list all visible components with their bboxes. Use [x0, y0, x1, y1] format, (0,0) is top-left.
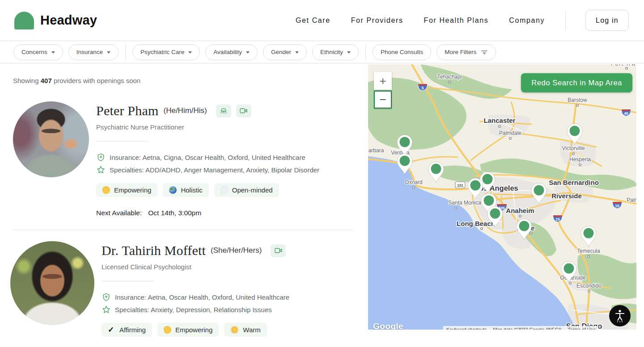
provider-pronouns: (She/Her/Hers): [211, 246, 262, 255]
trait-tag: Affirming: [102, 323, 152, 337]
filter-gender[interactable]: Gender: [263, 44, 307, 60]
filter-availability[interactable]: Availability: [205, 44, 258, 60]
accessibility-person-icon: [614, 309, 626, 322]
map-label-escondido: Escondido: [576, 283, 602, 289]
map-label-santa-barbara: arbara: [369, 147, 384, 154]
filter-ethnicity[interactable]: Ethnicity: [312, 44, 359, 60]
chevron-down-icon: [347, 51, 351, 54]
in-person-chair-icon: [216, 105, 231, 117]
svg-text:10: 10: [615, 204, 619, 208]
provider-results-panel: Showing 407 providers with openings soon…: [0, 63, 368, 347]
map-label-santa-monica: Santa Monica: [448, 200, 481, 206]
top-navigation-bar: Headway Get Care For Providers For Healt…: [0, 0, 644, 41]
nav-get-care[interactable]: Get Care: [296, 17, 330, 25]
thought-balloon-icon: [220, 186, 228, 194]
map-label-temecula: Temecula: [577, 248, 600, 254]
accessibility-button[interactable]: [609, 305, 631, 326]
muscle-icon: [102, 185, 110, 194]
filter-phone-consults[interactable]: Phone Consults: [373, 44, 431, 60]
filter-sliders-icon: [481, 49, 488, 55]
video-camera-icon: [271, 244, 286, 257]
main-content: Showing 407 providers with openings soon…: [0, 63, 644, 347]
results-count: 407: [41, 77, 52, 84]
brand-name: Headway: [40, 13, 97, 28]
filter-concerns[interactable]: Concerns: [13, 44, 63, 60]
map-label-lancaster: Lancaster: [484, 117, 516, 124]
provider-avatar[interactable]: [10, 241, 94, 325]
insurance-line: Insurance: Aetna, Cigna, Oscar Health, O…: [110, 154, 305, 161]
headway-logo[interactable]: Headway: [14, 12, 97, 29]
chevron-down-icon: [246, 51, 250, 54]
muscle-icon: [163, 325, 172, 334]
sun-icon: [231, 326, 238, 334]
nav-for-providers[interactable]: For Providers: [351, 17, 403, 25]
divider: [102, 281, 154, 281]
specialties-line: Specialties: ADD/ADHD, Anger Management,…: [110, 166, 319, 174]
map-data-credit: Map data ©2022 Google (INEGI): [490, 326, 564, 330]
globe-icon: [169, 186, 177, 194]
trait-tags: Affirming Empowering Warm: [102, 323, 289, 337]
filter-insurance[interactable]: Insurance: [68, 44, 119, 60]
next-available-line: Next Available:Oct 14th, 3:00pm: [96, 209, 319, 217]
map-label-oxnard: Oxnard: [405, 179, 422, 185]
nav-company[interactable]: Company: [509, 17, 545, 25]
header-divider: [565, 11, 566, 30]
map-label-fort-irwin: Fort Irwin: [611, 64, 636, 67]
svg-text:15: 15: [555, 217, 560, 222]
trait-tags: Empowering Holistic Open-minded: [96, 183, 319, 197]
map-label-barstow: Barstow: [568, 97, 587, 103]
filter-more-filters[interactable]: More Filters: [436, 44, 496, 60]
provider-name[interactable]: Peter Pham: [96, 103, 158, 118]
results-count-line: Showing 407 providers with openings soon: [13, 77, 353, 84]
chevron-down-icon: [51, 51, 55, 54]
trait-tag: Empowering: [96, 183, 157, 197]
map-label-palm-springs: Palm Springs: [627, 197, 636, 203]
chevron-down-icon: [295, 51, 299, 54]
filter-psychiatric-care[interactable]: Psychiatric Care: [132, 44, 200, 60]
headway-logo-icon: [14, 12, 34, 29]
divider: [96, 141, 149, 142]
next-available-value: Oct 14th, 3:00pm: [148, 209, 201, 217]
svg-text:101: 101: [457, 183, 463, 188]
redo-search-button[interactable]: Redo Search in Map Area: [521, 73, 632, 92]
provider-credential: Licensed Clinical Psychologist: [102, 263, 289, 271]
zoom-out-button[interactable]: −: [374, 91, 392, 109]
keyboard-shortcuts-link[interactable]: Keyboard shortcuts: [443, 326, 490, 330]
map-panel[interactable]: 5 40 101 605 10: [368, 64, 636, 330]
map-canvas[interactable]: 5 40 101 605 10: [368, 64, 636, 330]
map-label-victorville: Victorville: [562, 145, 585, 151]
chevron-down-icon: [188, 51, 192, 54]
primary-nav: Get Care For Providers For Health Plans …: [296, 17, 545, 25]
nav-for-health-plans[interactable]: For Health Plans: [424, 17, 489, 25]
map-label-palmdale: Palmdale: [499, 130, 521, 136]
map-label-tehachapi: Tehachapi: [437, 74, 462, 80]
provider-name[interactable]: Dr. Tahirih Moffett: [102, 243, 206, 258]
trait-tag: Open-minded: [214, 183, 279, 197]
provider-card-tahirih-moffett[interactable]: Dr. Tahirih Moffett (She/Her/Hers) Licen…: [13, 241, 353, 347]
zoom-in-button[interactable]: +: [374, 72, 392, 90]
trait-tag: Warm: [224, 323, 267, 337]
chevron-down-icon: [107, 51, 110, 54]
insurance-shield-icon: [96, 153, 106, 162]
filter-divider: [365, 45, 366, 60]
map-label-hesperia: Hesperia: [569, 156, 591, 163]
specialties-line: Specialties: Anxiety, Depression, Relati…: [115, 306, 272, 314]
google-logo: Google: [373, 322, 403, 330]
map-label-san-bernardino: San Bernardino: [549, 179, 599, 186]
map-label-long-beach: Long Beach: [457, 220, 495, 227]
provider-card-peter-pham[interactable]: Peter Pham (He/Him/His): [13, 101, 353, 217]
insurance-shield-icon: [102, 293, 111, 302]
card-divider: [13, 230, 353, 230]
map-attribution: Keyboard shortcuts Map data ©2022 Google…: [443, 326, 598, 330]
terms-of-use-link[interactable]: Terms of Use: [565, 326, 599, 330]
provider-avatar[interactable]: [13, 101, 89, 177]
filter-divider: [125, 45, 126, 60]
video-camera-icon: [236, 105, 251, 117]
insurance-line: Insurance: Aetna, Oscar Health, Oxford, …: [115, 293, 289, 301]
route-shield-us101: 101: [455, 182, 465, 188]
trait-tag: Holistic: [163, 183, 208, 197]
login-button[interactable]: Log in: [585, 10, 629, 31]
provider-info: Peter Pham (He/Him/His): [96, 101, 319, 217]
check-mark-icon: [108, 326, 115, 334]
provider-credential: Psychiatric Nurse Practitioner: [96, 123, 319, 131]
